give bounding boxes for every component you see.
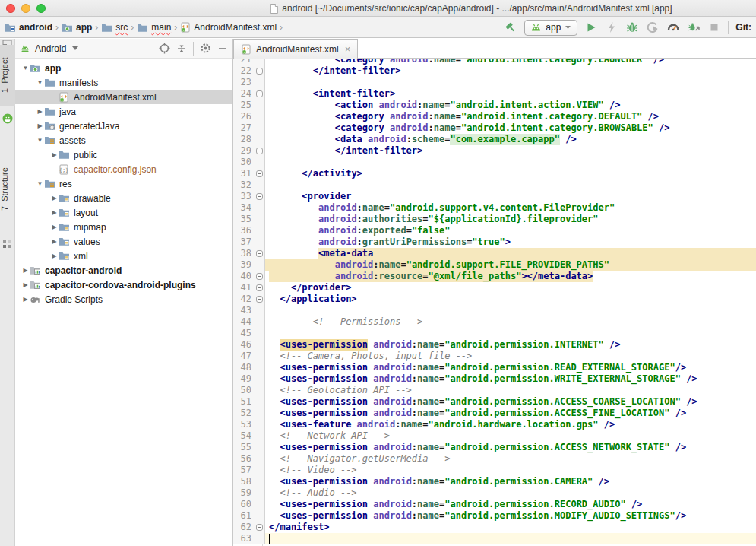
code-line[interactable]: 35 android:authorities="${applicationId}… [233,214,756,225]
profiler-button[interactable] [666,21,680,34]
code-line[interactable]: 58 <uses-permission android:name="androi… [233,476,756,487]
tree-item-gradle-scripts[interactable]: ▶Gradle Scripts [15,292,232,306]
tool-button-project[interactable]: 1: Project [0,45,15,106]
settings-gear-icon[interactable] [200,43,211,54]
tree-item-layout[interactable]: ▶layout [15,205,232,220]
zoom-window-button[interactable] [36,4,46,13]
tree-item-manifests[interactable]: ▼manifests [15,75,232,90]
code-line[interactable]: 63 [233,533,756,544]
code-line[interactable]: 56 <!-- Navigator.getUserMedia --> [233,453,756,465]
grid-icon[interactable] [2,238,13,249]
code-line[interactable]: 54 <!-- Network API --> [233,430,756,442]
fold-icon[interactable] [256,90,263,97]
code-line[interactable]: 62</manifest> [233,522,756,533]
tree-expand-arrow-icon[interactable]: ▶ [36,122,44,129]
code-line[interactable]: 37 android:grantUriPermissions="true"> [233,236,756,248]
fold-icon[interactable] [256,170,263,177]
debug-button[interactable] [625,21,639,34]
tree-item-generatedjava[interactable]: ▶generatedJava [15,119,232,133]
run-coverage-button[interactable] [646,21,660,34]
collapse-all-icon[interactable] [176,43,187,54]
stop-button[interactable] [707,21,721,34]
code-line[interactable]: 44 <!-- Permissions --> [233,316,756,328]
code-line[interactable]: 51 <uses-permission android:name="androi… [233,396,756,408]
tree-item-public[interactable]: ▶public [15,148,232,162]
code-line[interactable]: 55 <uses-permission android:name="androi… [233,442,756,453]
code-line[interactable]: 43 [233,305,756,316]
code-area[interactable]: 21 <category android:name="android.inten… [233,59,756,546]
tree-item-xml[interactable]: ▶xml [15,249,232,263]
fold-icon[interactable] [256,193,263,200]
fold-icon[interactable] [256,296,263,303]
fold-icon[interactable] [256,148,263,154]
code-line[interactable]: 38 <meta-data [233,248,756,259]
tree-expand-arrow-icon[interactable]: ▼ [36,137,44,144]
tree-expand-arrow-icon[interactable]: ▶ [50,252,59,259]
code-line[interactable]: 39 android:name="android.support.FILE_PR… [233,259,756,271]
code-line[interactable]: 40 android:resource="@xml/file_paths"></… [233,271,756,282]
tree-expand-arrow-icon[interactable]: ▶ [36,108,44,115]
code-line[interactable]: 47 <!-- Camera, Photos, input file --> [233,351,756,362]
tree-item-assets[interactable]: ▼assets [15,133,232,148]
code-line[interactable]: 42 </application> [233,294,756,305]
breadcrumb-item-src[interactable]: src [101,22,128,33]
code-line[interactable]: 61 <uses-permission android:name="androi… [233,510,756,522]
code-line[interactable]: 59 <!-- Audio --> [233,487,756,499]
run-config-select[interactable]: app [524,20,577,36]
fold-icon[interactable] [256,250,263,257]
code-line[interactable]: 27 <category android:name="android.inten… [233,122,756,134]
tree-expand-arrow-icon[interactable]: ▼ [36,180,44,187]
tree-item-app[interactable]: ▼app [15,61,232,75]
tree-expand-arrow-icon[interactable]: ▶ [50,209,59,216]
tree-expand-arrow-icon[interactable]: ▶ [50,195,59,202]
code-line[interactable]: 50 <!-- Geolocation API --> [233,385,756,396]
apply-changes-button[interactable] [605,21,618,34]
tree-item-values[interactable]: ▶values [15,234,232,249]
code-line[interactable]: 31 </activity> [233,168,756,179]
tree-expand-arrow-icon[interactable]: ▶ [21,281,30,288]
code-line[interactable]: 28 <data android:scheme="com.example.cap… [233,134,756,145]
breadcrumb-item-androidmanifest-xml[interactable]: AndroidManifest.xml [180,22,277,33]
code-line[interactable]: 57 <!-- Video --> [233,465,756,476]
locate-file-icon[interactable] [159,43,170,54]
tree-expand-arrow-icon[interactable]: ▼ [36,79,44,86]
code-line[interactable]: 53 <uses-feature android:name="android.h… [233,419,756,430]
tool-button-structure[interactable]: 7: Structure [0,153,15,226]
code-line[interactable]: 32 [233,179,756,191]
run-button[interactable] [584,21,598,34]
fold-icon[interactable] [256,284,263,291]
build-button[interactable] [504,21,517,34]
tree-expand-arrow-icon[interactable]: ▼ [21,65,30,71]
tree-expand-arrow-icon[interactable]: ▶ [21,296,30,303]
tree-expand-arrow-icon[interactable]: ▶ [50,224,59,230]
fold-icon[interactable] [256,524,263,531]
breadcrumb-item-main[interactable]: main [137,22,171,33]
tree-expand-arrow-icon[interactable]: ▶ [50,238,59,245]
code-line[interactable]: 36 android:exported="false" [233,225,756,236]
code-line[interactable]: 22 </intent-filter> [233,65,756,77]
close-window-button[interactable] [6,4,15,13]
tab-androidmanifest[interactable]: AndroidManifest.xml × [233,39,358,59]
code-line[interactable]: 60 <uses-permission android:name="androi… [233,499,756,510]
tree-item-drawable[interactable]: ▶drawable [15,191,232,205]
code-line[interactable]: 24 <intent-filter> [233,88,756,100]
code-line[interactable]: 46 <uses-permission android:name="androi… [233,339,756,351]
code-line[interactable]: 34 android:name="android.support.v4.cont… [233,202,756,214]
code-line[interactable]: 45 [233,328,756,339]
code-line[interactable]: 41 </provider> [233,282,756,294]
tree-item-capacitor-android[interactable]: ▶capacitor-android [15,263,232,278]
code-line[interactable]: 33 <provider [233,191,756,202]
close-tab-icon[interactable]: × [343,46,351,53]
code-line[interactable]: 49 <uses-permission android:name="androi… [233,373,756,385]
code-line[interactable]: 23 [233,77,756,88]
tree-item-capacitor-config-json[interactable]: {;}capacitor.config.json [15,162,232,176]
tree-item-capacitor-cordova-android-plugins[interactable]: ▶capacitor-cordova-android-plugins [15,278,232,292]
code-line[interactable]: 52 <uses-permission android:name="androi… [233,408,756,419]
breadcrumb-item-app[interactable]: app [62,22,92,33]
tree-item-res[interactable]: ▼res [15,176,232,191]
tree-item-androidmanifest-xml[interactable]: AndroidManifest.xml [15,90,232,104]
tree-expand-arrow-icon[interactable]: ▶ [50,151,59,158]
attach-debugger-button[interactable] [687,21,701,34]
breadcrumb-item-android[interactable]: android [5,22,52,33]
code-line[interactable]: 26 <category android:name="android.inten… [233,111,756,122]
